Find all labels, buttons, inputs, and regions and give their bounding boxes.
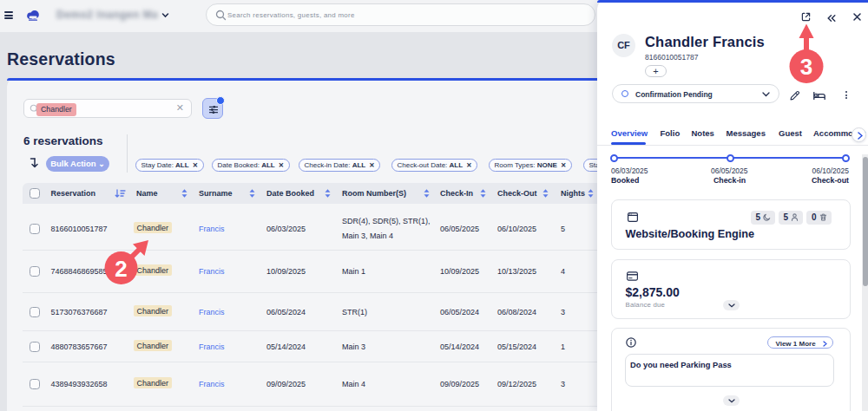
svg-text:3: 3: [800, 54, 812, 80]
svg-text:2: 2: [115, 256, 127, 282]
